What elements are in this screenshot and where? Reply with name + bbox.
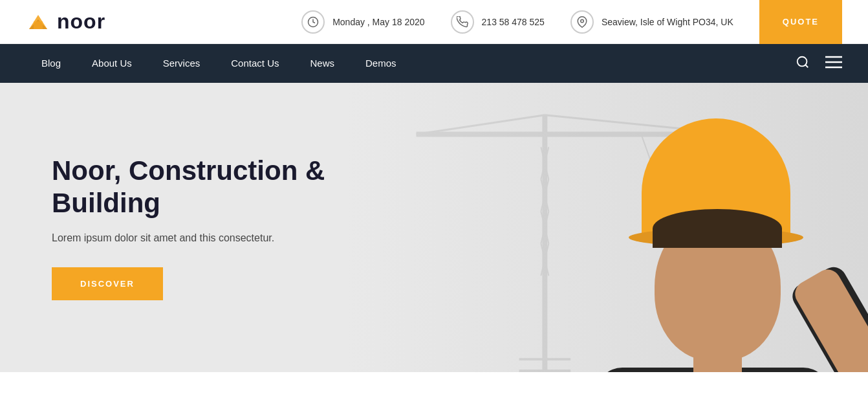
location-label: Seaview, Isle of Wight PO34, UK	[602, 17, 733, 27]
nav-right	[796, 55, 842, 72]
hero-subtitle: Lorem ipsum dolor sit amet and this cons…	[52, 232, 401, 244]
phone-info: 213 58 478 525	[451, 10, 545, 34]
nav-link-demos[interactable]: Demos	[350, 44, 412, 83]
neck	[693, 345, 742, 372]
discover-button[interactable]: DISCOVER	[52, 267, 163, 300]
top-info: Monday , May 18 2020 213 58 478 525 Seav…	[301, 10, 733, 34]
nav-link-services[interactable]: Services	[147, 44, 216, 83]
nav-bar: Blog About Us Services Contact Us News D…	[0, 44, 868, 83]
location-info: Seaview, Isle of Wight PO34, UK	[570, 10, 733, 34]
hamburger-menu-icon[interactable]	[825, 55, 842, 72]
nav-item-about[interactable]: About Us	[76, 44, 147, 83]
svg-rect-2	[34, 21, 43, 29]
nav-link-about[interactable]: About Us	[76, 44, 147, 83]
nav-link-contact[interactable]: Contact Us	[215, 44, 294, 83]
svg-line-13	[417, 115, 545, 135]
hero-section: Noor, Construction & Building Lorem ipsu…	[0, 83, 868, 372]
nav-item-news[interactable]: News	[294, 44, 350, 83]
nav-links: Blog About Us Services Contact Us News D…	[26, 44, 796, 83]
nav-link-blog[interactable]: Blog	[26, 44, 76, 83]
quote-button[interactable]: QUOTE	[759, 0, 842, 44]
clock-icon	[301, 10, 325, 34]
svg-point-5	[797, 56, 807, 66]
svg-line-6	[805, 65, 808, 67]
nav-item-blog[interactable]: Blog	[26, 44, 76, 83]
phone-icon	[451, 10, 474, 34]
logo-area: noor	[26, 10, 105, 34]
svg-point-4	[581, 19, 584, 23]
search-icon[interactable]	[796, 55, 810, 72]
nav-item-contact[interactable]: Contact Us	[215, 44, 294, 83]
hero-content: Noor, Construction & Building Lorem ipsu…	[0, 155, 401, 301]
location-icon	[570, 10, 594, 34]
date-info: Monday , May 18 2020	[301, 10, 424, 34]
nav-item-services[interactable]: Services	[147, 44, 216, 83]
top-bar: noor Monday , May 18 2020 213 58 478 525	[0, 0, 868, 44]
date-label: Monday , May 18 2020	[332, 17, 424, 27]
phone-label: 213 58 478 525	[482, 17, 545, 27]
logo-text: noor	[57, 10, 105, 34]
nav-item-demos[interactable]: Demos	[350, 44, 412, 83]
hero-title: Noor, Construction & Building	[52, 155, 401, 220]
nav-link-news[interactable]: News	[294, 44, 350, 83]
logo-icon	[26, 10, 50, 34]
hair	[653, 209, 782, 248]
